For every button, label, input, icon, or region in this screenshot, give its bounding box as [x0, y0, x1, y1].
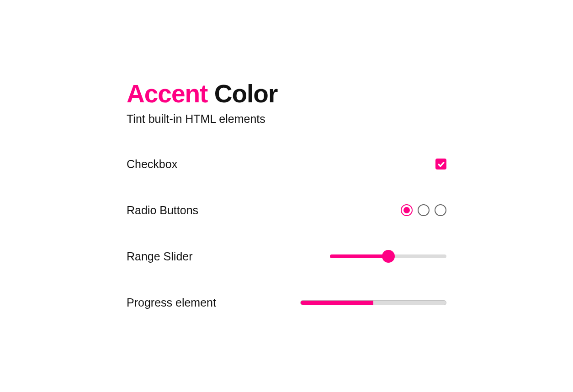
page-subtitle: Tint built-in HTML elements [127, 112, 446, 126]
range-label: Range Slider [127, 250, 193, 263]
range-row: Range Slider [127, 250, 446, 263]
title-accent-word: Accent [127, 79, 207, 108]
progress-fill [301, 301, 373, 305]
radio-label: Radio Buttons [127, 204, 198, 217]
checkbox-row: Checkbox [127, 158, 446, 171]
progress-row: Progress element [127, 296, 446, 309]
title-rest: Color [207, 79, 277, 108]
range-controls [330, 250, 446, 263]
checkbox-label: Checkbox [127, 158, 177, 171]
checkbox-input[interactable] [435, 159, 446, 170]
checkmark-icon [437, 160, 445, 168]
radio-option-1[interactable] [401, 204, 413, 216]
progress-label: Progress element [127, 296, 216, 309]
controls-list: Checkbox Radio Buttons Range Slider [127, 158, 446, 309]
radio-option-3[interactable] [435, 204, 446, 216]
progress-controls [300, 300, 446, 305]
progress-bar [300, 300, 446, 305]
radio-row: Radio Buttons [127, 204, 446, 217]
range-fill [330, 254, 388, 258]
checkbox-controls [435, 159, 446, 170]
range-slider[interactable] [330, 250, 446, 263]
page-title: Accent Color [127, 80, 446, 108]
demo-container: Accent Color Tint built-in HTML elements… [127, 80, 446, 342]
radio-option-2[interactable] [418, 204, 430, 216]
range-thumb[interactable] [382, 250, 395, 263]
radio-group [398, 204, 446, 216]
